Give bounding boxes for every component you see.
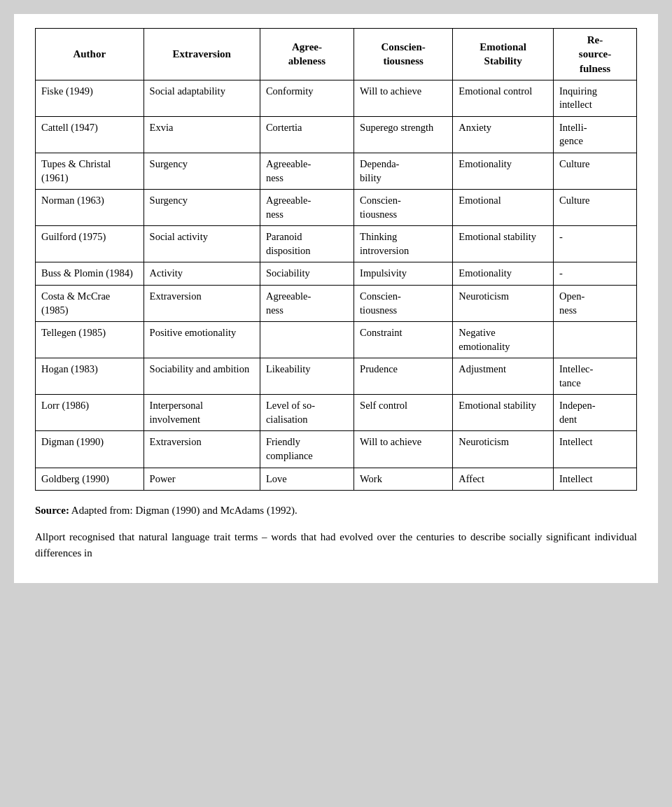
table-cell: Intellect: [554, 431, 637, 468]
table-cell: Love: [260, 468, 354, 491]
table-cell: Impulsivity: [354, 262, 453, 286]
table-cell: Will to achieve: [354, 80, 453, 116]
table-cell: Emotionality: [453, 262, 554, 286]
table-row: Buss & Plomin (1984)ActivitySociabilityI…: [36, 262, 637, 286]
table-cell: Will to achieve: [354, 431, 453, 468]
body-paragraph: Allport recognised that natural language…: [35, 529, 637, 562]
table-cell: Emotionality: [453, 153, 554, 190]
table-cell: Neuroticism: [453, 431, 554, 468]
table-cell: Conscien-tiousness: [354, 190, 453, 226]
table-cell: Culture: [554, 190, 637, 226]
table-cell: Affect: [453, 468, 554, 491]
table-cell: Guilford (1975): [36, 226, 144, 262]
table-cell: Prudence: [354, 358, 453, 395]
header-extraversion: Extraversion: [144, 29, 260, 80]
table-cell: Agreeable-ness: [260, 153, 354, 190]
table-cell: Positive emotionality: [144, 322, 260, 358]
table-cell: [260, 322, 354, 358]
table-cell: Extraversion: [144, 431, 260, 468]
table-cell: Digman (1990): [36, 431, 144, 468]
table-cell: Tupes & Christal (1961): [36, 153, 144, 190]
table-cell: Likeability: [260, 358, 354, 395]
table-cell: Fiske (1949): [36, 80, 144, 116]
table-cell: Work: [354, 468, 453, 491]
table-cell: Neuroticism: [453, 285, 554, 321]
table-cell: Thinking introversion: [354, 226, 453, 262]
table-row: Hogan (1983)Sociability and ambitionLike…: [36, 358, 637, 395]
table-cell: Culture: [554, 153, 637, 190]
table-row: Cattell (1947)ExviaCortertiaSuperego str…: [36, 116, 637, 153]
table-cell: Indepen-dent: [554, 395, 637, 431]
source-label: Source:: [35, 505, 69, 516]
table-cell: Emotional stability: [453, 226, 554, 262]
header-resourcefulness: Re-source-fulness: [554, 29, 637, 80]
header-author: Author: [36, 29, 144, 80]
table-cell: Emotional stability: [453, 395, 554, 431]
table-cell: -: [554, 262, 637, 286]
table-cell: Self control: [354, 395, 453, 431]
table-cell: Negative emotionality: [453, 322, 554, 358]
table-cell: Inquiring intellect: [554, 80, 637, 116]
table-cell: Surgency: [144, 153, 260, 190]
table-cell: Costa & McCrae (1985): [36, 285, 144, 321]
table-cell: Extraversion: [144, 285, 260, 321]
table-cell: Norman (1963): [36, 190, 144, 226]
table-row: Guilford (1975)Social activityParanoid d…: [36, 226, 637, 262]
table-cell: [554, 322, 637, 358]
table-cell: Intelli-gence: [554, 116, 637, 153]
table-cell: Conformity: [260, 80, 354, 116]
personality-table: Author Extraversion Agree-ableness Consc…: [35, 28, 637, 491]
table-cell: Agreeable-ness: [260, 285, 354, 321]
table-cell: Constraint: [354, 322, 453, 358]
table-cell: Friendly compliance: [260, 431, 354, 468]
table-cell: Cortertia: [260, 116, 354, 153]
table-row: Costa & McCrae (1985)ExtraversionAgreeab…: [36, 285, 637, 321]
source-text: Adapted from: Digman (1990) and McAdams …: [69, 505, 298, 516]
table-cell: Emotional control: [453, 80, 554, 116]
table-cell: Surgency: [144, 190, 260, 226]
table-cell: Social adaptability: [144, 80, 260, 116]
table-cell: Social activity: [144, 226, 260, 262]
table-cell: Intellec-tance: [554, 358, 637, 395]
table-cell: Exvia: [144, 116, 260, 153]
table-cell: Goldberg (1990): [36, 468, 144, 491]
table-cell: Level of so-cialisation: [260, 395, 354, 431]
table-cell: Cattell (1947): [36, 116, 144, 153]
table-cell: Sociability: [260, 262, 354, 286]
table-cell: Sociability and ambition: [144, 358, 260, 395]
table-cell: Dependa-bility: [354, 153, 453, 190]
table-cell: Agreeable-ness: [260, 190, 354, 226]
header-emotional-stability: EmotionalStability: [453, 29, 554, 80]
header-conscientiousness: Conscien-tiousness: [354, 29, 453, 80]
table-row: Tupes & Christal (1961)SurgencyAgreeable…: [36, 153, 637, 190]
table-cell: Buss & Plomin (1984): [36, 262, 144, 286]
table-row: Norman (1963)SurgencyAgreeable-nessConsc…: [36, 190, 637, 226]
table-header-row: Author Extraversion Agree-ableness Consc…: [36, 29, 637, 80]
table-row: Fiske (1949)Social adaptabilityConformit…: [36, 80, 637, 116]
table-cell: Interpersonal involvement: [144, 395, 260, 431]
table-cell: Open-ness: [554, 285, 637, 321]
header-agreeableness: Agree-ableness: [260, 29, 354, 80]
source-line: Source: Adapted from: Digman (1990) and …: [35, 503, 637, 518]
table-row: Digman (1990)ExtraversionFriendly compli…: [36, 431, 637, 468]
table-cell: Emotional: [453, 190, 554, 226]
table-cell: Activity: [144, 262, 260, 286]
table-cell: Paranoid disposition: [260, 226, 354, 262]
table-row: Tellegen (1985)Positive emotionalityCons…: [36, 322, 637, 358]
table-row: Lorr (1986)Interpersonal involvementLeve…: [36, 395, 637, 431]
table-cell: Power: [144, 468, 260, 491]
table-cell: Lorr (1986): [36, 395, 144, 431]
table-cell: Conscien-tiousness: [354, 285, 453, 321]
table-cell: Anxiety: [453, 116, 554, 153]
table-cell: Intellect: [554, 468, 637, 491]
table-cell: Tellegen (1985): [36, 322, 144, 358]
table-cell: Hogan (1983): [36, 358, 144, 395]
table-cell: Superego strength: [354, 116, 453, 153]
table-cell: Adjustment: [453, 358, 554, 395]
page: Author Extraversion Agree-ableness Consc…: [14, 14, 658, 583]
table-row: Goldberg (1990)PowerLoveWorkAffectIntell…: [36, 468, 637, 491]
table-cell: -: [554, 226, 637, 262]
